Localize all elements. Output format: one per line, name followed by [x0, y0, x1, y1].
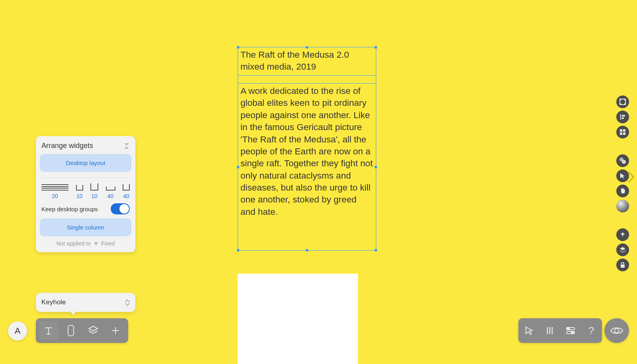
help-icon[interactable]: ?: [584, 322, 598, 339]
divider: [41, 177, 131, 178]
svg-rect-15: [620, 132, 622, 135]
svg-point-5: [567, 327, 570, 330]
resize-handle[interactable]: [237, 166, 239, 168]
column-preset[interactable]: 10: [90, 183, 98, 199]
expand-rail-chevron-icon[interactable]: [627, 170, 635, 185]
collapse-hourglass-icon[interactable]: [123, 142, 130, 150]
panel-header: Arrange widgets: [40, 142, 131, 154]
column-preset[interactable]: 40: [106, 187, 115, 199]
gradient-sphere-icon[interactable]: [616, 200, 629, 212]
body-text: A work dedicated to the rise of global e…: [240, 86, 373, 217]
bottom-left-toolbar: [36, 318, 128, 343]
grid-icon[interactable]: [616, 126, 629, 138]
title-text-block[interactable]: The Raft of the Medusa 2.0 mixed media, …: [238, 47, 376, 76]
lock-icon[interactable]: [616, 259, 629, 271]
panel-title: Arrange widgets: [41, 142, 93, 150]
keyhole-panel[interactable]: Keyhole: [36, 293, 135, 312]
panel-pointer-tip: [69, 310, 77, 315]
resize-handle[interactable]: [237, 249, 239, 251]
column-preset[interactable]: 40: [123, 184, 130, 199]
spacer-block[interactable]: [238, 76, 376, 84]
bottom-right-toolbar: ?: [518, 318, 602, 343]
layers-icon[interactable]: [84, 321, 103, 340]
column-presets-row: 20 10 10 40 40: [40, 183, 131, 199]
columns-icon[interactable]: [543, 322, 557, 339]
svg-point-7: [571, 331, 574, 334]
keep-desktop-groups-row: Keep desktop groups: [40, 199, 131, 218]
not-applied-hint: Not applied to Fixed: [40, 236, 131, 247]
sort-chevrons-icon[interactable]: [125, 299, 130, 306]
hint-suffix: Fixed: [101, 240, 115, 247]
svg-rect-11: [622, 115, 625, 117]
resize-handle[interactable]: [306, 46, 308, 49]
column-preset[interactable]: 10: [76, 185, 83, 199]
typography-tool-icon[interactable]: [39, 321, 58, 340]
mobile-preview-icon[interactable]: [61, 321, 80, 340]
resize-handle[interactable]: [375, 249, 377, 251]
add-icon[interactable]: [106, 321, 125, 340]
single-column-button[interactable]: Single column: [40, 218, 131, 236]
pin-icon[interactable]: [616, 228, 629, 241]
toggle-knob: [119, 204, 129, 214]
preset-label: 40: [107, 193, 114, 199]
svg-rect-10: [620, 114, 621, 120]
hint-prefix: Not applied to: [57, 240, 91, 247]
preset-label: 20: [52, 193, 58, 199]
preset-label: 10: [76, 193, 83, 199]
keyhole-label: Keyhole: [41, 298, 66, 306]
svg-rect-13: [620, 129, 622, 132]
title-line-1: The Raft of the Medusa 2.0: [240, 50, 349, 60]
keep-groups-label: Keep desktop groups: [41, 206, 98, 212]
svg-rect-12: [622, 117, 624, 119]
body-text-block[interactable]: A work dedicated to the rise of global e…: [238, 84, 376, 251]
fit-frame-icon[interactable]: [616, 95, 629, 108]
help-glyph: ?: [588, 325, 594, 337]
layers-stack-icon[interactable]: [616, 243, 629, 256]
svg-rect-16: [623, 132, 625, 135]
snap-icon[interactable]: [616, 154, 629, 167]
title-line-2: mixed media, 2019: [240, 62, 316, 72]
align-left-icon[interactable]: [616, 111, 629, 123]
svg-point-8: [615, 329, 619, 333]
svg-rect-0: [68, 325, 74, 336]
svg-rect-19: [621, 265, 625, 268]
resize-handle[interactable]: [375, 46, 377, 49]
svg-point-18: [622, 160, 626, 164]
preset-label: 40: [123, 193, 129, 199]
selected-text-frame[interactable]: The Raft of the Medusa 2.0 mixed media, …: [238, 47, 376, 251]
column-preset[interactable]: 20: [41, 184, 68, 199]
pointer-outline-icon[interactable]: [522, 322, 536, 339]
image-placeholder-block[interactable]: [238, 274, 358, 364]
preset-label: 10: [91, 193, 98, 199]
resize-handle[interactable]: [375, 166, 377, 168]
desktop-layout-button[interactable]: Desktop layout: [40, 154, 131, 172]
resize-handle[interactable]: [306, 249, 308, 251]
preview-eye-button[interactable]: [604, 318, 629, 343]
svg-rect-14: [623, 129, 625, 132]
arrange-widgets-panel: Arrange widgets Desktop layout 20 10 10 …: [36, 136, 135, 252]
hand-icon[interactable]: [616, 185, 629, 197]
slider-controls-icon[interactable]: [564, 322, 577, 339]
keep-groups-toggle[interactable]: [111, 203, 130, 214]
pin-icon: [93, 240, 99, 247]
resize-handle[interactable]: [237, 46, 239, 49]
account-circle-button[interactable]: A: [8, 321, 27, 341]
account-letter: A: [15, 326, 21, 336]
